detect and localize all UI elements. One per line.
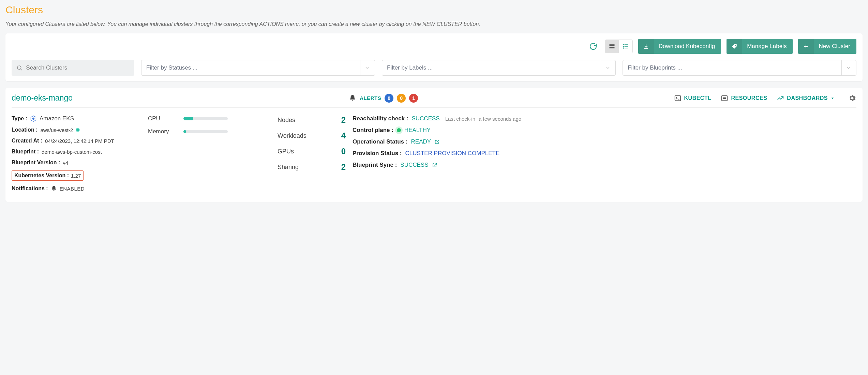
memory-bar xyxy=(183,130,228,133)
filter-blueprints-placeholder: Filter by Blueprints ... xyxy=(628,64,682,71)
kubectl-link[interactable]: KUBECTL xyxy=(674,94,712,102)
filter-labels-select[interactable]: Filter by Labels ... xyxy=(382,60,616,76)
caret-down-icon xyxy=(830,96,835,100)
svg-point-11 xyxy=(17,66,21,70)
cluster-meta: Type : Amazon EKS Location : aws/us-west… xyxy=(12,115,141,196)
kubernetes-version-highlight: Kubernetes Version : 1.27 xyxy=(12,170,84,181)
operational-status-label: Operational Status : xyxy=(353,138,408,145)
manage-labels-label: Manage Labels xyxy=(747,43,787,50)
notifications-label: Notifications : xyxy=(12,185,48,192)
reachability-sub2: a few seconds ago xyxy=(479,116,521,122)
svg-point-7 xyxy=(623,48,624,48)
created-label: Created At : xyxy=(12,138,42,144)
svg-marker-18 xyxy=(832,97,834,99)
blueprint-sync-value[interactable]: SUCCESS xyxy=(400,162,428,168)
cluster-status: Reachability check : SUCCESS Last check-… xyxy=(353,115,856,173)
kubernetes-version-value: 1.27 xyxy=(71,173,81,179)
chevron-down-icon xyxy=(846,65,851,71)
view-toggle xyxy=(605,40,633,53)
terminal-icon xyxy=(674,94,682,102)
filter-status-placeholder: Filter by Statuses ... xyxy=(146,64,197,71)
search-clusters-input-wrap[interactable] xyxy=(12,60,134,76)
blueprint-version-value: v4 xyxy=(63,160,68,166)
blueprint-sync-label: Blueprint Sync : xyxy=(353,162,397,168)
reachability-label: Reachability check : xyxy=(353,115,408,122)
new-cluster-button[interactable]: New Cluster xyxy=(798,39,856,54)
control-plane-label: Control plane : xyxy=(353,127,393,134)
cluster-card: demo-eks-mango ALERTS 0 0 1 KUBECTL RESO… xyxy=(5,88,863,202)
cluster-resources: CPU Memory xyxy=(148,115,271,141)
external-link-icon[interactable] xyxy=(432,162,437,168)
search-clusters-input[interactable] xyxy=(26,64,130,71)
eks-icon xyxy=(30,115,37,122)
plus-icon xyxy=(803,43,809,49)
page-title: Clusters xyxy=(5,4,863,16)
chart-icon xyxy=(777,94,784,102)
gpus-label: GPUs xyxy=(278,148,294,155)
cpu-bar xyxy=(183,117,228,120)
svg-rect-1 xyxy=(609,47,614,48)
notifications-value: ENABLED xyxy=(60,186,85,192)
health-dot-icon xyxy=(397,128,401,132)
svg-line-12 xyxy=(21,69,22,70)
reachability-value: SUCCESS xyxy=(411,115,439,122)
provision-status-value[interactable]: CLUSTER PROVISION COMPLETE xyxy=(405,150,500,157)
svg-point-8 xyxy=(735,45,736,46)
operational-status-value[interactable]: READY xyxy=(411,138,431,145)
alert-error-badge[interactable]: 1 xyxy=(409,94,418,103)
control-plane-value: HEALTHY xyxy=(404,127,431,134)
svg-rect-0 xyxy=(609,44,614,46)
tag-icon xyxy=(731,43,737,49)
svg-point-6 xyxy=(623,46,624,47)
sharing-value: 2 xyxy=(341,162,346,172)
search-icon xyxy=(16,64,23,71)
list-icon xyxy=(622,43,629,50)
resources-link[interactable]: RESOURCES xyxy=(721,94,767,102)
location-value: aws/us-west-2 xyxy=(40,127,73,133)
filter-labels-placeholder: Filter by Labels ... xyxy=(387,64,433,71)
type-value: Amazon EKS xyxy=(40,115,74,122)
dashboards-link[interactable]: DASHBOARDS xyxy=(777,94,835,102)
kubernetes-version-label: Kubernetes Version : xyxy=(14,172,69,179)
download-kubeconfig-button[interactable]: Download Kubeconfig xyxy=(638,39,721,54)
alert-info-badge[interactable]: 0 xyxy=(385,94,393,103)
location-label: Location : xyxy=(12,127,38,133)
chevron-down-icon xyxy=(605,65,611,71)
cpu-label: CPU xyxy=(148,115,175,122)
refresh-button[interactable] xyxy=(587,40,599,52)
workloads-label: Workloads xyxy=(278,132,306,139)
created-value: 04/24/2023, 12:42:14 PM PDT xyxy=(45,138,114,144)
refresh-icon xyxy=(589,42,597,50)
gpus-value: 0 xyxy=(341,147,346,156)
workloads-value: 4 xyxy=(341,131,346,140)
external-link-icon[interactable] xyxy=(434,139,440,145)
svg-point-20 xyxy=(32,118,34,120)
view-list-button[interactable] xyxy=(619,40,632,53)
cluster-counts: Nodes 2 Workloads 4 GPUs 0 Sharing 2 xyxy=(278,115,346,178)
new-cluster-label: New Cluster xyxy=(819,43,850,50)
gear-icon xyxy=(848,94,856,102)
svg-point-5 xyxy=(623,44,624,45)
provision-status-label: Provision Status : xyxy=(353,150,402,157)
chevron-down-icon xyxy=(364,65,370,71)
filter-status-select[interactable]: Filter by Statuses ... xyxy=(141,60,375,76)
filter-blueprints-select[interactable]: Filter by Blueprints ... xyxy=(623,60,856,76)
blueprint-value: demo-aws-bp-custom-cost xyxy=(42,149,102,155)
download-icon xyxy=(643,43,649,49)
toolbar-card: Download Kubeconfig Manage Labels New Cl… xyxy=(5,33,863,81)
cluster-settings-button[interactable] xyxy=(848,94,856,102)
alerts-label: ALERTS xyxy=(360,95,381,101)
blueprint-version-label: Blueprint Version : xyxy=(12,160,60,166)
alerts-group: ALERTS 0 0 1 xyxy=(349,94,418,103)
svg-rect-13 xyxy=(675,95,680,101)
type-label: Type : xyxy=(12,116,27,122)
manage-labels-button[interactable]: Manage Labels xyxy=(727,39,793,54)
alert-warn-badge[interactable]: 0 xyxy=(397,94,406,103)
view-card-button[interactable] xyxy=(605,40,619,53)
cluster-name-link[interactable]: demo-eks-mango xyxy=(12,93,73,103)
reachability-sub1: Last check-in xyxy=(445,116,475,122)
resources-icon xyxy=(721,94,728,102)
sharing-label: Sharing xyxy=(278,164,299,171)
nodes-value: 2 xyxy=(341,115,346,125)
blueprint-label: Blueprint : xyxy=(12,149,39,155)
